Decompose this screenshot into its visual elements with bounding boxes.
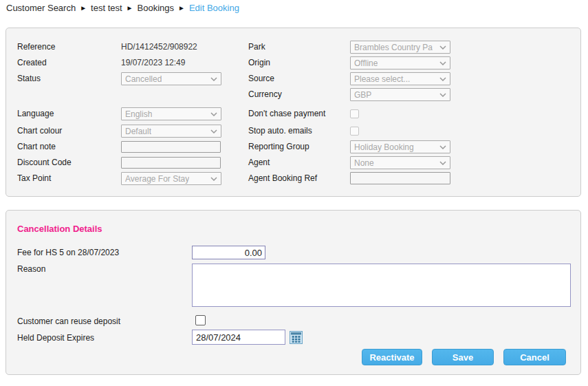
currency-select: GBP	[350, 88, 450, 101]
chart-colour-select: Default	[121, 125, 221, 138]
reason-textarea[interactable]	[192, 264, 571, 307]
chart-note-input	[121, 141, 221, 153]
stop-auto-emails-label: Stop auto. emails	[248, 126, 312, 136]
agent-select-value: None	[354, 158, 374, 168]
currency-label: Currency	[248, 89, 282, 99]
status-select: Cancelled	[121, 72, 221, 85]
breadcrumb: Customer Search ► test test ► Bookings ►…	[6, 3, 239, 13]
cancel-button[interactable]: Cancel	[503, 349, 566, 365]
agent-booking-ref-label: Agent Booking Ref	[248, 173, 317, 183]
chart-colour-label: Chart colour	[17, 126, 62, 136]
chart-note-label: Chart note	[17, 142, 56, 151]
breadcrumb-bookings[interactable]: Bookings	[138, 3, 174, 13]
reporting-group-label: Reporting Group	[248, 142, 309, 151]
reactivate-button[interactable]: Reactivate	[362, 349, 422, 365]
chevron-down-icon	[439, 93, 446, 97]
reporting-group-select: Holiday Booking	[350, 140, 450, 153]
source-select: Please select...	[350, 72, 450, 85]
cancellation-fee-label: Fee for HS 5 on 28/07/2023	[17, 248, 119, 257]
origin-select-value: Offline	[354, 58, 378, 68]
held-deposit-expires-label: Held Deposit Expires	[17, 333, 94, 343]
status-label: Status	[17, 74, 41, 83]
cancellation-details-panel: Cancellation Details Fee for HS 5 on 28/…	[6, 210, 581, 375]
created-label: Created	[17, 58, 47, 67]
breadcrumb-customer-name[interactable]: test test	[91, 3, 122, 13]
held-deposit-expires-input[interactable]	[192, 330, 285, 345]
cancellation-fee-input[interactable]	[192, 246, 265, 259]
tax-point-select: Average For Stay	[121, 172, 221, 185]
reuse-deposit-label: Customer can reuse deposit	[17, 317, 120, 326]
origin-label: Origin	[248, 58, 270, 67]
chevron-down-icon	[210, 129, 217, 133]
breadcrumb-edit-booking[interactable]: Edit Booking	[189, 3, 239, 13]
source-label: Source	[248, 74, 274, 83]
reference-label: Reference	[17, 42, 55, 52]
discount-code-label: Discount Code	[17, 158, 72, 167]
reuse-deposit-checkbox[interactable]	[195, 315, 206, 325]
agent-booking-ref-input	[350, 172, 450, 184]
chart-colour-select-value: Default	[125, 127, 151, 136]
tax-point-label: Tax Point	[17, 173, 51, 183]
chevron-down-icon	[210, 77, 217, 81]
dont-chase-payment-label: Don't chase payment	[248, 109, 325, 118]
park-label: Park	[248, 42, 265, 52]
reason-label: Reason	[17, 264, 45, 274]
tax-point-select-value: Average For Stay	[125, 174, 189, 184]
chevron-down-icon	[439, 77, 446, 81]
status-select-value: Cancelled	[125, 74, 162, 84]
reporting-group-select-value: Holiday Booking	[354, 142, 414, 152]
reference-value: HD/1412452/908922	[121, 42, 197, 52]
currency-select-value: GBP	[354, 90, 371, 100]
breadcrumb-separator-icon: ►	[178, 4, 185, 12]
calendar-button[interactable]	[290, 331, 303, 344]
park-select-value: Brambles Country Pa	[354, 43, 433, 52]
language-label: Language	[17, 109, 54, 118]
stop-auto-emails-checkbox	[350, 127, 359, 136]
save-button[interactable]: Save	[432, 349, 494, 365]
language-select: English	[121, 107, 221, 120]
chevron-down-icon	[439, 161, 446, 165]
chevron-down-icon	[210, 112, 217, 116]
chevron-down-icon	[439, 45, 446, 50]
booking-details-panel: Reference HD/1412452/908922 Created 19/0…	[6, 28, 581, 197]
created-value: 19/07/2023 12:49	[121, 58, 185, 67]
agent-select: None	[350, 156, 450, 169]
chevron-down-icon	[439, 145, 446, 149]
action-button-row: Reactivate Save Cancel	[362, 349, 566, 365]
cancellation-details-title: Cancellation Details	[17, 224, 102, 234]
discount-code-input	[121, 157, 221, 169]
breadcrumb-separator-icon: ►	[80, 4, 87, 12]
source-select-value: Please select...	[354, 74, 410, 84]
language-select-value: English	[125, 109, 152, 119]
dont-chase-payment-checkbox	[350, 109, 359, 118]
park-select: Brambles Country Pa	[350, 41, 450, 54]
origin-select: Offline	[350, 56, 450, 69]
calendar-icon	[290, 331, 303, 344]
breadcrumb-customer-search[interactable]: Customer Search	[6, 3, 76, 13]
chevron-down-icon	[439, 61, 446, 65]
chevron-down-icon	[210, 177, 217, 181]
breadcrumb-separator-icon: ►	[127, 4, 133, 12]
agent-label: Agent	[248, 158, 270, 167]
